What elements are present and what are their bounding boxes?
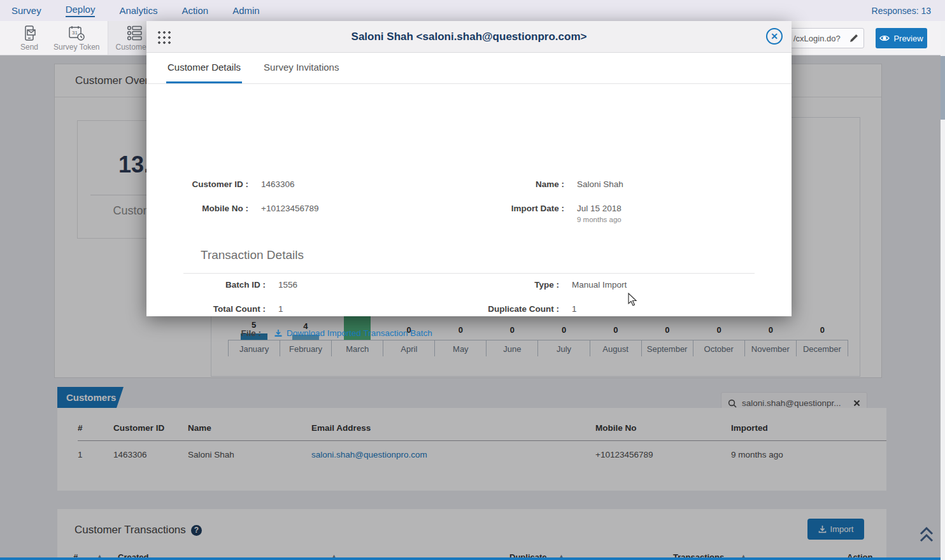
download-batch-label: Download Imported Transaction Batch: [287, 328, 432, 338]
nav-item-admin[interactable]: Admin: [232, 5, 260, 16]
eye-icon: [879, 34, 890, 42]
file-field: File : Download Imported Transaction Bat…: [164, 328, 432, 338]
import-date-field: Import Date : Jul 15 2018 9 months ago: [401, 204, 622, 223]
batch-id-label: Batch ID :: [164, 280, 266, 290]
bottom-accent-line: [0, 557, 941, 560]
dialog-title: Saloni Shah <saloni.shah@questionpro.com…: [352, 31, 587, 43]
edit-url-button[interactable]: [844, 29, 863, 48]
mobile-label: Mobile No :: [159, 204, 248, 213]
total-count-label: Total Count :: [164, 304, 266, 314]
calendar-token-icon: 31: [68, 25, 85, 41]
preview-button[interactable]: Preview: [876, 28, 927, 48]
send-button[interactable]: Send: [13, 21, 46, 55]
mobile-field: Mobile No : +10123456789: [159, 204, 318, 213]
dialog-tabs: Customer Details Survey Invitations: [146, 53, 792, 84]
drag-handle-icon[interactable]: [157, 30, 171, 46]
name-value: Saloni Shah: [577, 179, 623, 189]
survey-url-value: /cxLogin.do?: [789, 34, 844, 43]
import-date-label: Import Date :: [401, 204, 564, 223]
file-label: File :: [164, 328, 261, 338]
type-value: Manual Import: [572, 280, 627, 290]
duplicate-count-value: 1: [572, 304, 577, 314]
tab-customer-details[interactable]: Customer Details: [166, 53, 242, 83]
import-date: Jul 15 2018: [577, 204, 622, 213]
svg-text:31: 31: [72, 30, 78, 36]
nav-item-action[interactable]: Action: [181, 5, 208, 16]
duplicate-count-label: Duplicate Count :: [432, 304, 559, 314]
tab-survey-invitations[interactable]: Survey Invitations: [262, 53, 340, 83]
name-field: Name : Saloni Shah: [401, 179, 623, 189]
divider: [183, 273, 755, 274]
total-count-value: 1: [278, 304, 283, 314]
preview-label: Preview: [893, 34, 923, 43]
total-count-field: Total Count : 1: [164, 304, 283, 314]
survey-url-input[interactable]: /cxLogin.do?: [788, 28, 864, 48]
import-date-relative: 9 months ago: [577, 216, 622, 223]
customers-list-icon: [125, 25, 143, 41]
nav-item-survey[interactable]: Survey: [11, 5, 41, 16]
mouse-cursor: [628, 293, 638, 309]
top-navbar: Survey Deploy Analytics Action Admin Res…: [0, 0, 945, 21]
survey-token-button[interactable]: 31 Survey Token: [46, 21, 108, 55]
type-field: Type : Manual Import: [432, 280, 627, 290]
close-icon[interactable]: ✕: [766, 28, 783, 45]
type-label: Type :: [432, 280, 559, 290]
nav-item-analytics[interactable]: Analytics: [119, 5, 157, 16]
responses-count: Responses: 13: [872, 6, 931, 16]
survey-token-label: Survey Token: [53, 43, 100, 52]
customer-details-dialog: Saloni Shah <saloni.shah@questionpro.com…: [146, 21, 792, 316]
vertical-scrollbar[interactable]: [941, 21, 945, 560]
customer-id-value: 1463306: [261, 179, 295, 189]
batch-id-field: Batch ID : 1556: [164, 280, 297, 290]
send-label: Send: [20, 43, 38, 52]
duplicate-count-field: Duplicate Count : 1: [432, 304, 577, 314]
customer-id-label: Customer ID :: [159, 179, 248, 189]
download-batch-link[interactable]: Download Imported Transaction Batch: [274, 328, 432, 338]
download-icon: [274, 329, 283, 337]
import-date-value: Jul 15 2018 9 months ago: [577, 204, 622, 223]
mobile-value: +10123456789: [261, 204, 318, 213]
name-label: Name :: [401, 179, 564, 189]
customer-id-field: Customer ID : 1463306: [159, 179, 295, 189]
pencil-icon: [849, 34, 858, 43]
nav-item-deploy[interactable]: Deploy: [66, 4, 96, 17]
send-phone-icon: [21, 25, 38, 41]
scrollbar-thumb[interactable]: [941, 56, 945, 120]
batch-id-value: 1556: [278, 280, 297, 290]
dialog-header: Saloni Shah <saloni.shah@questionpro.com…: [146, 21, 792, 53]
transaction-details-heading: Transaction Details: [201, 248, 304, 262]
